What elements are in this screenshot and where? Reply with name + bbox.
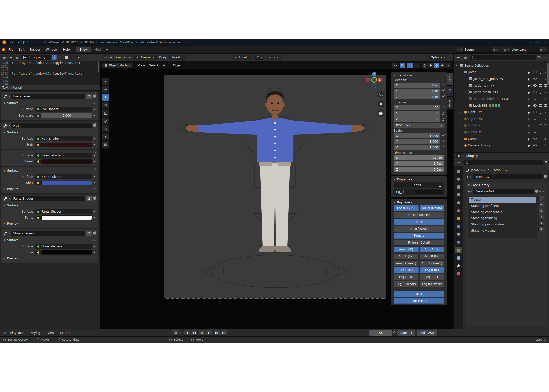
rendered-shading-icon[interactable]: ◒ — [439, 63, 445, 68]
lock-icon[interactable] — [442, 113, 444, 115]
dimension-field[interactable]: Y2.7 m — [394, 161, 444, 166]
shading-dropdown-icon[interactable]: ▾ — [445, 63, 451, 68]
outliner-row[interactable]: ▸ Jacob RIG — [454, 102, 549, 109]
disable-render-icon[interactable] — [544, 71, 547, 73]
breadcrumb-object[interactable]: Jacob RIG — [471, 168, 485, 172]
outliner-row[interactable]: ▾ Jacob — [454, 69, 549, 75]
fake-user-shield-icon[interactable] — [93, 95, 96, 98]
material-icon[interactable] — [3, 232, 7, 235]
expander-icon[interactable]: ▸ — [465, 84, 468, 87]
surface-section-header[interactable]: ▼Surface∷∷ — [1, 129, 98, 135]
transport-button[interactable]: ◀ — [199, 330, 205, 336]
new-text-icon[interactable]: ⧉ — [58, 55, 63, 60]
outliner-row[interactable]: ▸ Jacob_hair 3 — [454, 82, 549, 89]
rig-layer-button[interactable]: Arm.R (IK) — [420, 247, 444, 252]
end-frame-field[interactable]: End250 — [417, 330, 437, 336]
selectable-icon[interactable] — [528, 110, 531, 114]
view-layer-name[interactable]: View Layer — [510, 47, 539, 52]
surface-section-header[interactable]: ▼Surface∷∷ — [1, 202, 98, 208]
hide-viewport-icon[interactable] — [533, 131, 537, 133]
rig-layer-button[interactable]: Torso (Tweak) — [394, 226, 444, 232]
rig-layer-button[interactable]: Arm.R (FK) — [420, 253, 444, 259]
properties-filter-icon[interactable]: ∇ — [545, 161, 547, 164]
zoom-icon[interactable] — [377, 91, 385, 98]
character-model[interactable] — [164, 75, 386, 298]
hide-viewport-icon[interactable] — [533, 138, 537, 140]
eye-glare-slider[interactable]: 0.000 — [41, 113, 92, 118]
scene-selector[interactable]: ◬▾ Scene ⧉ × — [456, 47, 500, 53]
proportional-editing-toggle[interactable]: ◎∿▾ — [267, 55, 281, 60]
disable-render-icon[interactable] — [544, 111, 547, 113]
location-field[interactable]: Y0 m — [394, 89, 440, 94]
viewport-canvas[interactable]: ↖ ⊕ ✢ ↻ ◱ ◎ ✎ ∠ ▧ Z — [100, 69, 453, 329]
lock-icon[interactable] — [442, 147, 444, 149]
sidebar-tab[interactable]: Tool — [447, 86, 453, 96]
pan-hand-icon[interactable] — [377, 100, 385, 107]
pose-list-button[interactable]: − — [538, 202, 544, 207]
lock-icon[interactable] — [442, 85, 444, 87]
shirt-color-swatch[interactable] — [41, 181, 92, 185]
disable-viewports-icon[interactable] — [539, 91, 542, 93]
menu-item[interactable]: Edit — [16, 47, 27, 52]
scale-field[interactable]: Z1.000 — [394, 145, 440, 150]
options-dropdown[interactable]: Options▾ — [428, 55, 447, 60]
hide-viewport-icon[interactable] — [533, 78, 537, 80]
object-visibility-dropdown[interactable]: ➤▾ — [392, 63, 398, 68]
tab-object-data[interactable] — [455, 247, 462, 253]
transport-button[interactable]: ◆▶ — [213, 330, 220, 336]
rig-layer-button[interactable]: Arm.L (FK) — [394, 253, 419, 259]
hide-viewport-icon[interactable] — [533, 144, 537, 146]
outliner-item-label[interactable]: Camera — [468, 137, 479, 141]
editor-type-menu[interactable]: ▤▾ — [1, 55, 7, 60]
outliner-item-label[interactable]: Light1 — [468, 110, 477, 114]
surface-shader-field[interactable]: Hair_shader — [35, 136, 92, 141]
rig-layer-button[interactable]: Fingers (Detail) — [394, 240, 444, 246]
tab-texture[interactable] — [455, 271, 462, 277]
editor-menu-icon[interactable]: ☰ — [8, 55, 13, 60]
rotation-field[interactable]: Z0° — [394, 116, 440, 122]
rig-layer-button[interactable]: Leg.L (IK) — [394, 267, 419, 273]
camera-view-icon[interactable] — [377, 109, 385, 117]
material-icon[interactable] — [3, 95, 7, 98]
pivot-dropdown[interactable]: ⊙Local▾ — [233, 55, 252, 60]
pose-list-button[interactable]: + — [538, 196, 544, 201]
expander-icon[interactable]: ▸ — [460, 124, 463, 127]
show-gizmo-toggle[interactable]: ⤧▾ — [400, 63, 405, 68]
viewport-menu-item[interactable]: Add — [161, 63, 171, 68]
select-tool-button[interactable]: ↖ — [102, 78, 109, 85]
selectable-icon[interactable] — [528, 71, 531, 74]
tab-physics[interactable] — [455, 239, 462, 245]
menu-item[interactable]: Window — [43, 47, 60, 52]
properties-search-input[interactable] — [463, 160, 544, 165]
hide-viewport-icon[interactable] — [533, 84, 537, 87]
pose-list-button[interactable]: ▼ — [538, 227, 544, 232]
surface-section-header[interactable]: ▼Surface∷∷ — [1, 168, 98, 174]
current-frame-field[interactable]: 55 — [369, 330, 392, 336]
collapse-icon[interactable]: ▾ — [95, 151, 96, 153]
surface-shader-field[interactable]: Shoe_shaders — [35, 244, 92, 249]
preview-section-header[interactable]: ▶Preview∷∷ — [1, 255, 98, 261]
hair-color-swatch[interactable] — [41, 143, 92, 147]
disable-viewports-icon[interactable] — [539, 111, 542, 113]
scale-field[interactable]: Y1.000 — [394, 139, 440, 144]
solid-shading-icon[interactable]: ● — [428, 63, 434, 68]
tab-constraints[interactable] — [455, 255, 462, 261]
text-datablock-icon[interactable]: ▤▾ — [14, 55, 20, 60]
rig-layer-button[interactable]: Root — [394, 291, 444, 297]
outliner-item-label[interactable]: Scene Collection — [464, 64, 489, 67]
outliner-item-label[interactable]: Light3 — [468, 124, 477, 127]
timeline-menu-item[interactable]: Playback ▾ — [8, 330, 28, 336]
outliner-row[interactable]: Camera_Empty — [454, 142, 549, 149]
selectable-icon[interactable] — [528, 84, 531, 87]
armature-name-field[interactable]: Jacob RIG — [473, 174, 543, 179]
add-cube-tool-button[interactable]: ▧ — [102, 141, 109, 148]
surface-shader-field[interactable]: Beard_shader — [35, 153, 92, 158]
surface-shader-field[interactable]: Eye_shader — [35, 107, 92, 112]
disable-viewports-icon[interactable] — [539, 78, 542, 80]
active-tool-icon[interactable]: ⁙▾ — [103, 55, 108, 60]
rig-layer-button[interactable]: Leg.R (IK) — [420, 267, 444, 273]
start-frame-field[interactable]: Start1 — [397, 330, 415, 336]
mode-dropdown[interactable]: ▣Object Mode▾ — [102, 63, 133, 68]
tab-world[interactable] — [455, 208, 462, 214]
drag-dropdown[interactable]: Tweak▾ — [169, 55, 186, 60]
